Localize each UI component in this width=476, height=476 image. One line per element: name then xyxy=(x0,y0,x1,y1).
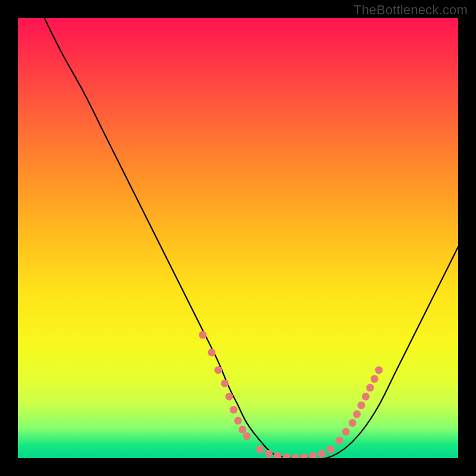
marker-point xyxy=(300,453,308,458)
marker-point xyxy=(327,446,334,453)
chart-area xyxy=(18,18,458,458)
marker-point xyxy=(199,331,206,339)
bottleneck-curve xyxy=(44,18,458,458)
watermark-text: TheBottleneck.com xyxy=(353,2,468,18)
marker-point xyxy=(349,419,356,427)
marker-point xyxy=(309,452,317,458)
marker-point xyxy=(226,393,233,400)
marker-point xyxy=(362,393,369,400)
chart-svg xyxy=(18,18,458,458)
marker-point xyxy=(234,417,242,425)
marker-point xyxy=(292,454,299,458)
marker-point xyxy=(239,425,246,433)
marker-point xyxy=(243,433,250,440)
marker-point xyxy=(375,367,383,374)
marker-point xyxy=(342,428,350,436)
marker-point xyxy=(318,450,325,458)
marker-point xyxy=(367,384,374,392)
marker-point xyxy=(214,367,222,374)
marker-point xyxy=(221,380,228,387)
marker-point xyxy=(358,402,365,409)
marker-point xyxy=(208,349,215,356)
marker-point xyxy=(256,446,264,453)
marker-point xyxy=(353,411,361,418)
marker-point xyxy=(230,406,237,414)
marker-point xyxy=(371,375,378,383)
marker-point xyxy=(336,437,343,444)
marker-point xyxy=(274,452,281,458)
marker-point xyxy=(283,453,290,458)
marker-point xyxy=(265,450,273,458)
